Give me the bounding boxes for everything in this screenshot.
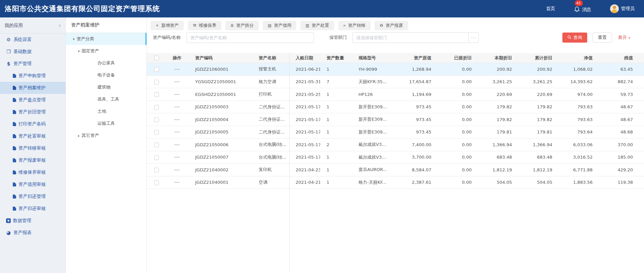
app-header: 洛阳市公共交通集团有限公司固定资产管理系统 首页 41 消息 管理员	[0, 0, 644, 17]
filter-bar: 资产编码/名称 保管部门 ··· 查询 重置 展开	[147, 32, 644, 43]
sidebar-item[interactable]: 资产借用审核	[0, 178, 66, 190]
row-actions-button[interactable]: ···	[174, 180, 180, 185]
document-icon	[13, 110, 16, 114]
row-checkbox[interactable]	[154, 117, 159, 122]
table-row[interactable]: ··· JGDZ21040002 复印机 2021-04-23 1 震旦AURO…	[147, 164, 644, 176]
nav-home[interactable]: 首页	[546, 6, 555, 12]
row-checkbox[interactable]	[154, 155, 159, 160]
custody-dept-input[interactable]	[352, 32, 469, 43]
nav-messages[interactable]: 41 消息	[574, 4, 591, 13]
cell-asset-code: JGDZ21050007	[188, 155, 259, 160]
sidebar-item[interactable]: ◕ 资产报表	[0, 227, 66, 239]
tree-node[interactable]: 运输工具	[66, 117, 146, 129]
toolbar-button[interactable]: » 资产转移	[338, 21, 371, 30]
row-actions-button[interactable]: ···	[174, 105, 180, 109]
row-checkbox[interactable]	[154, 180, 159, 185]
tree-node[interactable]: 土地	[66, 105, 146, 117]
table-row[interactable]: ··· JGDZ21050007 台式电脑(结... 2021-05-17 1 …	[147, 151, 644, 164]
tree-node[interactable]: 建筑物	[66, 81, 146, 93]
toolbar-button[interactable]: + 新增资产	[151, 21, 184, 30]
row-actions-button[interactable]: ···	[174, 92, 180, 97]
nav-home-label: 首页	[546, 6, 555, 12]
cell-net-value: 6,771.88	[563, 167, 604, 172]
row-actions-button[interactable]: ···	[174, 79, 180, 84]
tree-node[interactable]: 办公家具	[66, 57, 146, 69]
asset-code-input[interactable]	[186, 32, 314, 43]
table-row[interactable]: ··· JGDZ21050003 二代身份证... 2021-05-17 1 新…	[147, 101, 644, 114]
row-checkbox[interactable]	[154, 105, 159, 110]
row-actions-button[interactable]: ···	[174, 143, 180, 147]
collapse-sidebar-button[interactable]: ‹	[59, 23, 61, 28]
cell-quantity: 1	[320, 104, 348, 109]
cell-original-value: 17,654.87	[402, 79, 442, 84]
toolbar-button[interactable]: ▤ 资产借用	[263, 21, 296, 30]
row-checkbox[interactable]	[154, 168, 159, 172]
sidebar-item[interactable]: 资产转移审核	[0, 142, 66, 154]
sidebar-item[interactable]: 打印资产条码	[0, 118, 66, 130]
toolbar-button[interactable]: ♻ 资产报废	[375, 21, 408, 30]
toolbar-button[interactable]: ▥ 资产处置	[300, 21, 334, 30]
cell-residual-value: 429.20	[604, 167, 644, 172]
cell-net-value: 6,033.06	[563, 142, 604, 147]
row-checkbox[interactable]	[154, 130, 159, 135]
row-actions-button[interactable]: ···	[174, 67, 180, 72]
sidebar-item[interactable]: 资产申购管理	[0, 70, 66, 82]
sidebar-item[interactable]: ❒ 基础数据	[0, 46, 66, 58]
search-button[interactable]: 查询	[562, 33, 587, 43]
user-menu[interactable]: 管理员	[610, 4, 635, 13]
sidebar-item[interactable]: ▼ 数据管理	[0, 215, 66, 227]
panel-title: 资产档案维护	[66, 17, 146, 33]
sidebar-item[interactable]: ⚙ 系统设置	[0, 34, 66, 46]
row-actions-button[interactable]: ···	[174, 155, 180, 160]
row-actions-button[interactable]: ···	[174, 117, 180, 122]
row-checkbox[interactable]	[154, 80, 159, 85]
row-checkbox[interactable]	[154, 143, 159, 147]
asset-table: 操作 资产编码 资产名称 入账日期 资产数量 规格型号 资产原值 已提折旧 本期…	[147, 53, 644, 273]
tree-node[interactable]: ▸ 其它资产	[66, 129, 146, 142]
cell-depreciated: 0.00	[442, 67, 483, 72]
sidebar-item[interactable]: 资产归还审核	[0, 203, 66, 215]
wrench-icon: ⚒	[193, 23, 197, 28]
sidebar-item[interactable]: 资产报废审核	[0, 154, 66, 166]
cell-accumulated-depreciation: 179.81	[523, 129, 563, 134]
row-checkbox[interactable]	[154, 92, 159, 97]
sidebar-item-label: 系统设置	[13, 37, 32, 43]
sidebar-item[interactable]: 资产归还管理	[0, 190, 66, 203]
reset-button[interactable]: 重置	[593, 33, 612, 43]
tree-node[interactable]: ▾ 资产分类	[66, 33, 146, 45]
expand-filters-link[interactable]: 展开 ∨	[618, 35, 631, 41]
table-row[interactable]: ··· YGSGDZ21050001 格力空调 2021-05-31 7 天丽K…	[147, 76, 644, 89]
table-row[interactable]: ··· JGDZ21060001 报警主机 2021-06-21 1 YH-90…	[147, 63, 644, 76]
cell-model: 新开普E309...	[348, 104, 402, 110]
sidebar-item[interactable]: 资产折旧管理	[0, 106, 66, 118]
table-row[interactable]: ··· JGDZ21050004 二代身份证... 2021-05-17 1 新…	[147, 113, 644, 126]
table-row[interactable]: ··· JGDZ21050005 二代身份证... 2021-05-17 1 新…	[147, 126, 644, 139]
tree-node[interactable]: 电子设备	[66, 69, 146, 81]
cell-residual-value: 185.00	[604, 155, 644, 160]
row-actions-button[interactable]: ···	[174, 130, 180, 134]
table-row[interactable]: ··· JGDZ21050006 台式电脑(结... 2021-05-17 2 …	[147, 139, 644, 151]
row-checkbox-cell	[147, 117, 166, 122]
cell-original-value: 1,194.69	[402, 92, 442, 97]
sidebar-item[interactable]: 资产档案维护	[0, 82, 66, 94]
tree-node[interactable]: 器具、工具	[66, 93, 146, 105]
table-row[interactable]: ··· JGDZ21040001 空调 2021-04-21 1 格力-天丽KF…	[147, 176, 644, 189]
row-actions-cell: ···	[166, 142, 188, 147]
sidebar-item[interactable]: 资产盘点管理	[0, 94, 66, 106]
toolbar-button[interactable]: ≣ 资产拆分	[225, 21, 259, 30]
toolbar-button[interactable]: ⚒ 维修保养	[188, 21, 221, 30]
cell-quantity: 1	[320, 155, 348, 160]
cell-quantity: 1	[320, 129, 348, 134]
select-all-checkbox[interactable]	[154, 56, 159, 60]
cell-entry-date: 2021-05-17	[289, 104, 320, 109]
dept-picker-button[interactable]: ···	[469, 32, 479, 43]
sidebar-item[interactable]: 维修保养审核	[0, 166, 66, 178]
tree-node[interactable]: ▾ 固定资产	[66, 45, 146, 57]
row-actions-button[interactable]: ···	[174, 168, 180, 172]
sidebar-item[interactable]: 资产处置审核	[0, 130, 66, 142]
sidebar-item[interactable]: $ 资产管理	[0, 58, 66, 70]
table-row[interactable]: ··· EGSHDZ21050001 打印机 2021-05-25 1 HP12…	[147, 88, 644, 101]
user-name: 管理员	[621, 6, 635, 12]
row-checkbox[interactable]	[154, 67, 159, 72]
filter-actions: 查询 重置 展开 ∨	[562, 33, 631, 43]
